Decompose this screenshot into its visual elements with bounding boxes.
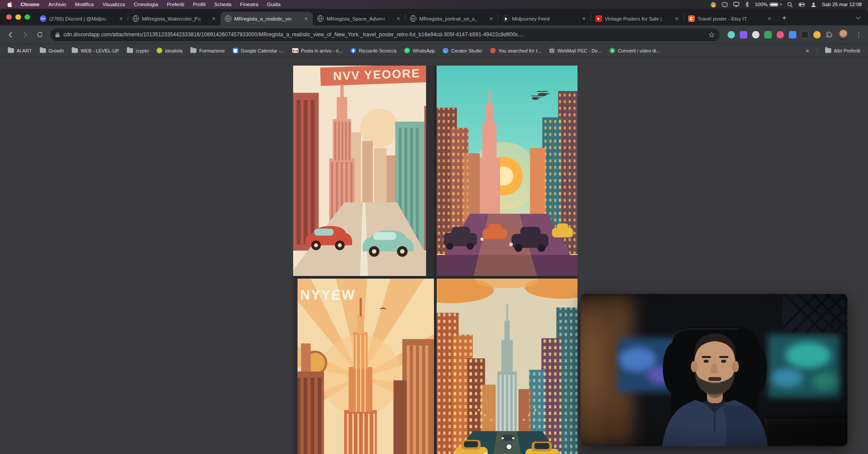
- bookmark-label: Altri Preferiti: [834, 48, 860, 53]
- bookmark-folder-ai-art[interactable]: AI ART: [4, 47, 35, 55]
- menubar-item-modifica[interactable]: Modifica: [71, 1, 98, 8]
- poster-title-bottom-left: NYYEW: [300, 287, 356, 303]
- address-bar[interactable]: cdn.discordapp.com/attachments/101351233…: [50, 28, 720, 41]
- tab-strip: (2765) Discord | @Midjou × MRregista_Wat…: [0, 9, 868, 25]
- menubar-item-preferiti[interactable]: Preferiti: [163, 1, 188, 8]
- bluetooth-icon[interactable]: [745, 1, 749, 7]
- bookmark-you-searched[interactable]: You searched for I...: [486, 46, 545, 55]
- spotlight-search-icon[interactable]: [787, 2, 793, 7]
- close-tab-icon[interactable]: ×: [303, 15, 310, 22]
- extension-icon[interactable]: [801, 31, 808, 38]
- forward-button[interactable]: [19, 28, 32, 41]
- profile-avatar[interactable]: [838, 29, 849, 40]
- menubar-item-cronologia[interactable]: Cronologia: [130, 1, 162, 8]
- other-bookmarks-folder[interactable]: Altri Preferiti: [822, 47, 864, 55]
- zoom-window-button[interactable]: [24, 14, 30, 20]
- whatsapp-favicon: [404, 48, 410, 53]
- tab-label: MRregista_Watercolor_Pa: [142, 16, 207, 21]
- tab-etsy[interactable]: Travel poster - Etsy IT ×: [684, 12, 776, 25]
- tab-space-adventure[interactable]: MRregista_Space_Advent ×: [313, 12, 405, 25]
- close-tab-icon[interactable]: ×: [766, 15, 773, 22]
- tab-vintage-posters[interactable]: Vintage Posters for Sale | ×: [591, 12, 683, 25]
- reload-button[interactable]: [33, 28, 46, 41]
- bookmark-label: Posta in arrivo - ri...: [301, 48, 343, 53]
- discord-favicon: [40, 15, 46, 22]
- user-switch-icon[interactable]: [811, 2, 816, 7]
- tab-discord[interactable]: (2765) Discord | @Midjou ×: [35, 12, 128, 25]
- tab-watercolor[interactable]: MRregista_Watercolor_Pa ×: [128, 12, 220, 25]
- bookmark-whatsapp[interactable]: WhatsApp: [401, 46, 438, 55]
- display-icon[interactable]: [733, 2, 739, 7]
- extension-icon[interactable]: [813, 31, 821, 38]
- bookmark-label: crypto: [136, 48, 149, 53]
- midjourney-image-grid[interactable]: NVV YEOORE: [293, 66, 578, 454]
- close-tab-icon[interactable]: ×: [118, 15, 125, 22]
- bookmark-google-calendar[interactable]: Google Calendar -...: [229, 46, 288, 55]
- tab-label: MRregista_portrait_on_a_: [420, 16, 485, 21]
- bookmark-gmail-inbox[interactable]: Posta in arrivo - ri...: [289, 47, 346, 55]
- tab-realistic-view-active[interactable]: MRregista_a_realistic_vie ×: [220, 12, 313, 25]
- bookmark-label: WEB - LEVEL-UP: [80, 48, 119, 53]
- menubar-item-finestra[interactable]: Finestra: [236, 1, 262, 8]
- chrome-menu-button[interactable]: ⋮: [854, 31, 864, 38]
- bookmark-star-icon[interactable]: [708, 31, 715, 38]
- close-window-button[interactable]: [6, 14, 12, 20]
- apple-menu[interactable]: [6, 1, 16, 7]
- distant-car: [501, 435, 514, 441]
- bookmarks-right-group: » Altri Preferiti: [802, 46, 864, 55]
- webmail-favicon: [549, 48, 555, 53]
- menubar-item-archivio[interactable]: Archivio: [44, 1, 70, 8]
- bookmark-label: You searched for I...: [498, 48, 541, 53]
- bookmark-webmail-pec[interactable]: WebMail PEC - De...: [546, 46, 605, 55]
- bookmark-idealista[interactable]: idealista: [153, 46, 186, 55]
- folder-icon: [825, 48, 831, 53]
- tab-midjourney-feed[interactable]: Midjourney Feed ×: [498, 12, 591, 25]
- tab-label: Vintage Posters for Sale |: [605, 16, 670, 21]
- close-tab-icon[interactable]: ×: [210, 15, 217, 22]
- poster-sunburst: NYYEW: [293, 279, 434, 454]
- battery-status[interactable]: 100%: [755, 2, 781, 7]
- close-tab-icon[interactable]: ×: [581, 15, 588, 22]
- extensions-puzzle-icon[interactable]: [826, 31, 833, 38]
- facebook-favicon: [350, 48, 356, 53]
- tabs-row: (2765) Discord | @Midjou × MRregista_Wat…: [35, 9, 868, 25]
- bookmark-folder-web-level-up[interactable]: WEB - LEVEL-UP: [68, 47, 122, 55]
- new-tab-button[interactable]: +: [779, 12, 790, 24]
- menubar-clock[interactable]: Sab 25 mar 12:08: [822, 2, 862, 7]
- bookmark-folder-crypto[interactable]: crypto: [123, 47, 152, 55]
- bookmark-folder-formazione[interactable]: Formazione: [187, 47, 228, 55]
- extension-icon[interactable]: [740, 31, 747, 38]
- close-tab-icon[interactable]: ×: [395, 15, 402, 22]
- youtube-favicon: [595, 15, 602, 22]
- tab-portrait[interactable]: MRregista_portrait_on_a_ ×: [406, 12, 498, 25]
- bookmark-label: Riccardo Scrocca: [359, 48, 396, 53]
- creator-studio-favicon: [443, 48, 448, 53]
- close-tab-icon[interactable]: ×: [488, 15, 495, 22]
- bookmark-converti-video[interactable]: Converti i video di...: [606, 46, 664, 55]
- tab-label: MRregista_Space_Advent: [327, 16, 392, 21]
- extension-icon[interactable]: [752, 31, 760, 38]
- menubar-item-guida[interactable]: Guida: [263, 1, 284, 8]
- extension-icon[interactable]: [789, 31, 796, 38]
- menubar-item-chrome[interactable]: Chrome: [17, 1, 43, 8]
- bookmarks-overflow-button[interactable]: »: [802, 46, 812, 55]
- extension-icon[interactable]: [728, 31, 735, 38]
- bookmark-folder-growth[interactable]: Growth: [36, 47, 67, 55]
- bookmark-facebook-profile[interactable]: Riccardo Scrocca: [347, 46, 400, 55]
- chrome-app-status-icon[interactable]: [710, 2, 716, 7]
- folder-icon: [40, 48, 46, 53]
- bookmark-label: Formazione: [199, 48, 224, 53]
- bookmark-creator-studio[interactable]: Creator Studio: [439, 46, 486, 55]
- extension-icon[interactable]: [764, 31, 772, 38]
- control-center-icon[interactable]: [798, 3, 805, 7]
- menubar-item-scheda[interactable]: Scheda: [210, 1, 235, 8]
- menubar-item-visualizza[interactable]: Visualizza: [98, 1, 129, 8]
- lock-icon[interactable]: [55, 32, 60, 38]
- extension-icon[interactable]: [777, 31, 784, 38]
- screen-recording-icon[interactable]: [722, 2, 728, 7]
- tab-search-button[interactable]: [851, 11, 864, 24]
- back-button[interactable]: [4, 28, 17, 41]
- close-tab-icon[interactable]: ×: [673, 15, 680, 22]
- menubar-item-profili[interactable]: Profili: [189, 1, 210, 8]
- minimize-window-button[interactable]: [15, 14, 21, 20]
